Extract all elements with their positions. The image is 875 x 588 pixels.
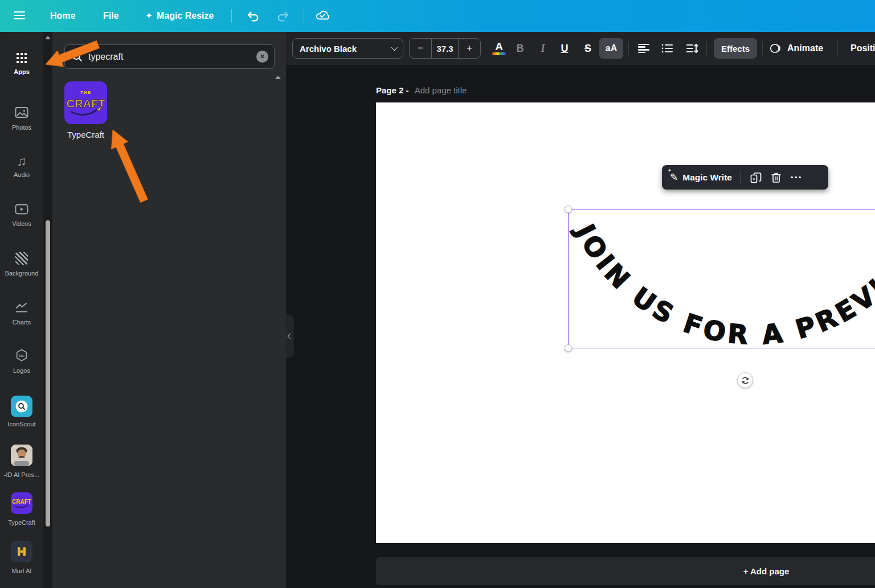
sidebar-item-charts[interactable]: Charts bbox=[0, 300, 43, 326]
element-context-toolbar: ✎✦ Magic Write bbox=[662, 165, 828, 190]
canva-editor: Home File ✦Magic Resize Apps bbox=[0, 0, 875, 588]
bold-button[interactable]: B bbox=[510, 38, 530, 59]
text-toolbar: Archivo Black − + A B I U S aA bbox=[286, 32, 875, 65]
object-panel-sidebar: Apps Photos ♫ Audio Vide bbox=[0, 32, 43, 588]
file-menu[interactable]: File bbox=[103, 0, 119, 32]
panel-scroll-up-icon[interactable] bbox=[275, 76, 281, 79]
video-play-icon bbox=[15, 202, 28, 217]
page-number-label: Page 2 - bbox=[376, 85, 409, 95]
apps-grid-icon bbox=[17, 51, 27, 65]
sparkle-icon: ✦ bbox=[146, 11, 152, 20]
svg-text:THE: THE bbox=[80, 90, 91, 95]
page-title-bar[interactable]: Page 2 - Add page title bbox=[376, 85, 467, 95]
typecraft-app-icon: CRAFT bbox=[11, 492, 32, 515]
scroll-up-arrow-icon[interactable] bbox=[45, 36, 51, 39]
resize-handle-top-left[interactable] bbox=[565, 205, 572, 213]
text-case-button[interactable]: aA bbox=[599, 38, 623, 59]
svg-text:co.: co. bbox=[19, 353, 24, 357]
sidebar-item-videos[interactable]: Videos bbox=[0, 202, 43, 227]
topbar-divider bbox=[231, 9, 232, 23]
position-button[interactable]: Position bbox=[851, 38, 875, 59]
typecraft-result-label: TypeCraft bbox=[52, 130, 119, 139]
bullet-list-icon[interactable] bbox=[657, 38, 677, 59]
apps-search-panel: ✕ THE CRAFT TypeCraft bbox=[52, 32, 286, 588]
undo-icon[interactable] bbox=[245, 8, 262, 24]
music-note-icon: ♫ bbox=[17, 154, 26, 168]
svg-text:CRAFT: CRAFT bbox=[12, 499, 31, 505]
magic-resize-menu[interactable]: ✦Magic Resize bbox=[146, 0, 214, 32]
app-search-box: ✕ bbox=[64, 44, 275, 69]
sidebar-item-apps[interactable]: Apps bbox=[0, 47, 43, 75]
logos-hexagon-icon: co. bbox=[15, 348, 28, 363]
sidebar-item-murf-ai[interactable]: Murf AI bbox=[0, 540, 43, 574]
animate-button[interactable]: Animate bbox=[769, 38, 823, 59]
sidebar-item-did-ai-presenters[interactable]: -ID AI Pres... bbox=[0, 444, 43, 478]
font-size-stepper: − + bbox=[409, 38, 481, 59]
page-title-placeholder: Add page title bbox=[415, 85, 467, 95]
cloud-saved-icon[interactable] bbox=[314, 8, 331, 24]
topbar-divider bbox=[304, 9, 304, 23]
home-menu[interactable]: Home bbox=[50, 0, 75, 32]
more-options-icon[interactable] bbox=[787, 169, 804, 186]
photos-icon bbox=[15, 105, 28, 120]
context-toolbar-divider bbox=[740, 171, 741, 184]
add-page-button[interactable]: + Add page bbox=[376, 557, 875, 585]
duplicate-icon[interactable] bbox=[747, 169, 764, 186]
scrollbar-thumb[interactable] bbox=[46, 220, 50, 527]
menu-icon[interactable] bbox=[14, 11, 25, 20]
underline-button[interactable]: U bbox=[555, 38, 574, 59]
chevron-left-icon bbox=[288, 334, 293, 339]
rainbow-color-bar bbox=[492, 52, 506, 55]
rotate-icon bbox=[741, 376, 750, 385]
resize-handle-bottom-left[interactable] bbox=[565, 344, 572, 352]
text-selection-box[interactable] bbox=[568, 209, 875, 348]
panel-collapse-handle[interactable] bbox=[286, 315, 294, 358]
sidebar-item-logos[interactable]: co. Logos bbox=[0, 348, 43, 374]
sidebar-scrollbar bbox=[43, 32, 52, 588]
text-color-button[interactable]: A bbox=[489, 38, 509, 59]
toolbar-divider bbox=[762, 42, 763, 55]
strikethrough-button[interactable]: S bbox=[578, 38, 598, 59]
magic-write-button[interactable]: Magic Write bbox=[682, 172, 732, 183]
chevron-down-icon bbox=[391, 44, 398, 51]
font-size-input[interactable] bbox=[431, 39, 459, 58]
murf-ai-app-icon bbox=[11, 540, 32, 563]
search-input[interactable] bbox=[88, 52, 256, 62]
sidebar-item-typecraft[interactable]: CRAFT TypeCraft bbox=[0, 492, 43, 526]
redo-icon[interactable] bbox=[275, 8, 292, 24]
background-stripes-icon bbox=[15, 251, 28, 266]
delete-icon[interactable] bbox=[768, 169, 785, 186]
effects-button[interactable]: Effects bbox=[714, 38, 757, 59]
typecraft-app-result-tile[interactable]: THE CRAFT bbox=[64, 81, 107, 124]
sidebar-item-background[interactable]: Background bbox=[0, 251, 43, 277]
increase-font-size-button[interactable]: + bbox=[459, 39, 480, 58]
text-align-icon[interactable] bbox=[634, 38, 653, 59]
line-spacing-icon[interactable] bbox=[682, 38, 702, 59]
sidebar-item-audio[interactable]: ♫ Audio bbox=[0, 154, 43, 178]
animate-circles-icon bbox=[769, 42, 783, 55]
rotate-handle[interactable] bbox=[737, 372, 753, 388]
sidebar-item-iconscout[interactable]: IconScout bbox=[0, 395, 43, 427]
magic-write-pen-icon: ✎✦ bbox=[670, 171, 678, 183]
iconscout-app-icon bbox=[11, 395, 32, 418]
decrease-font-size-button[interactable]: − bbox=[410, 39, 431, 58]
line-chart-icon bbox=[15, 300, 28, 315]
did-avatar-icon bbox=[11, 444, 32, 467]
topbar: Home File ✦Magic Resize bbox=[0, 0, 875, 32]
toolbar-divider bbox=[628, 42, 629, 55]
clear-search-icon[interactable]: ✕ bbox=[256, 51, 268, 63]
font-family-select[interactable]: Archivo Black bbox=[292, 38, 403, 59]
toolbar-divider bbox=[837, 42, 838, 55]
toolbar-divider bbox=[706, 42, 707, 55]
editor-area: Page 2 - Add page title JOIN US FOR A PR… bbox=[286, 65, 875, 588]
search-icon bbox=[72, 51, 83, 62]
italic-button[interactable]: I bbox=[533, 38, 553, 59]
sidebar-item-photos[interactable]: Photos bbox=[0, 105, 43, 131]
